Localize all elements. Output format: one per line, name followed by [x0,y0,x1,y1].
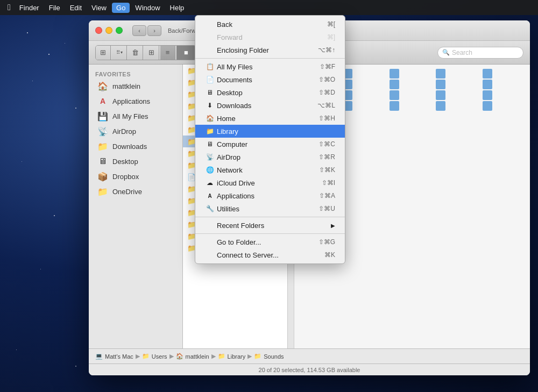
user-home-icon: 🏠 [176,353,183,360]
all-my-files-icon: 📋 [205,63,215,70]
apple-menu[interactable]:  [4,2,14,13]
path-separator: ▶ [169,353,174,360]
dropbox-icon: 📦 [97,171,108,182]
path-item-user[interactable]: 🏠 mattklein [176,353,209,360]
star [32,81,33,81]
go-menu-dropdown: Back ⌘[ Forward ⌘] Enclosing Folder ⌥⌘↑ … [195,15,345,264]
minimize-button[interactable] [105,27,112,34]
documents-icon: 📄 [205,76,215,83]
menu-item-library[interactable]: 📁 Library [195,125,345,138]
downloads-menu-icon: ⬇ [205,102,215,109]
view-btn-icon[interactable]: ⊞ [96,46,111,60]
view-btn-cols[interactable]: ⊞ [144,46,159,60]
preview-tile [390,69,399,79]
sidebar-item-dropbox-label: Dropbox [112,173,139,181]
finder-menu[interactable]: Finder [15,3,44,13]
edit-menu[interactable]: Edit [66,3,86,13]
view-btn-trash[interactable]: 🗑 [128,46,143,60]
sidebar-section-favorites: Favorites [89,69,182,79]
star [16,350,17,350]
submenu-arrow-icon: ▶ [331,223,335,229]
preview-tile [436,80,445,89]
path-bar: 💻 Matt's Mac ▶ 📁 Users ▶ 🏠 mattklein ▶ 📁… [89,348,530,364]
menu-item-documents[interactable]: 📄 Documents ⇧⌘O [195,73,345,86]
help-menu[interactable]: Help [166,3,189,13]
path-separator: ▶ [247,353,252,360]
preview-tile [436,69,445,79]
menu-item-utilities[interactable]: 🔧 Utilities ⇧⌘U [195,202,345,215]
status-text: 20 of 20 selected, 114.53 GB available [259,367,360,373]
desktop-menu-icon: 🖥 [205,89,215,96]
star [22,161,22,162]
maximize-button[interactable] [116,27,123,34]
back-button[interactable]: ‹ [132,25,146,36]
menu-item-go-to-folder[interactable]: Go to Folder... ⇧⌘G [195,236,345,248]
menu-item-icloud[interactable]: ☁ iCloud Drive ⇧⌘I [195,176,345,189]
home-icon: 🏠 [97,81,108,91]
path-item-library[interactable]: 📁 Library [218,353,246,360]
preview-tile [483,101,492,111]
menu-item-applications[interactable]: A Applications ⇧⌘A [195,189,345,202]
preview-tile [390,101,399,111]
search-bar[interactable]: 🔍 Search [437,47,523,59]
path-item-users[interactable]: 📁 Users [142,353,167,360]
menu-item-connect-server[interactable]: Connect to Server... ⌘K [195,248,345,261]
go-menu[interactable]: Go [112,3,130,13]
menu-separator-2 [195,217,345,217]
preview-tile [436,101,445,111]
sidebar-item-downloads[interactable]: 📁 Downloads [91,139,180,154]
menu-item-back[interactable]: Back ⌘[ [195,18,345,31]
sidebar-item-downloads-label: Downloads [112,142,147,151]
icloud-menu-icon: ☁ [205,179,215,187]
menu-item-forward: Forward ⌘] [195,31,345,44]
menu-bar:  Finder File Edit View Go Window Help [0,0,538,15]
users-folder-icon: 📁 [142,353,150,360]
sidebar-item-airdrop[interactable]: 📡 AirDrop [91,124,180,139]
star [48,54,49,55]
sidebar-item-onedrive[interactable]: 📁 OneDrive [91,184,180,199]
onedrive-icon: 📁 [97,186,108,197]
preview-tile [483,69,492,79]
view-menu[interactable]: View [87,3,111,13]
menu-item-computer[interactable]: 🖥 Computer ⇧⌘C [195,138,345,151]
home-menu-icon: 🏠 [205,115,215,122]
library-folder-icon: 📁 [218,353,225,360]
star [40,269,41,269]
star [65,43,65,44]
close-button[interactable] [95,27,102,34]
forward-button[interactable]: › [147,25,161,36]
desktop-icon: 🖥 [97,156,108,167]
downloads-icon: 📁 [97,141,108,152]
sidebar-item-all-files[interactable]: 💾 All My Files [91,109,180,124]
sidebar-item-airdrop-label: AirDrop [112,127,136,136]
sidebar-item-desktop[interactable]: 🖥 Desktop [91,154,180,169]
window-menu[interactable]: Window [131,3,164,13]
sounds-folder-icon: 📁 [254,353,261,360]
view-btn-cover[interactable]: ≡ [160,46,175,60]
view-btn-list[interactable]: ⠿ ▾ [112,46,127,60]
sidebar-item-home-label: mattklein [112,82,140,90]
sidebar-item-applications[interactable]: A Applications [91,94,180,109]
status-bar: 20 of 20 selected, 114.53 GB available [89,364,530,375]
sidebar-item-dropbox[interactable]: 📦 Dropbox [91,169,180,184]
menu-item-recent-folders[interactable]: Recent Folders ▶ [195,219,345,232]
menu-item-enclosing[interactable]: Enclosing Folder ⌥⌘↑ [195,44,345,56]
nav-buttons: ‹ › [132,25,161,36]
network-menu-icon: 🌐 [205,166,215,174]
menu-item-network[interactable]: 🌐 Network ⇧⌘K [195,163,345,176]
path-item-mac[interactable]: 💻 Matt's Mac [95,353,133,360]
all-files-icon: 💾 [97,111,108,122]
menu-separator-1 [195,58,345,59]
mac-icon: 💻 [95,353,103,360]
menu-item-airdrop[interactable]: 📡 AirDrop ⇧⌘R [195,151,345,163]
menu-item-all-my-files[interactable]: 📋 All My Files ⇧⌘F [195,60,345,73]
file-menu[interactable]: File [45,3,65,13]
path-item-sounds[interactable]: 📁 Sounds [254,353,284,360]
preview-tile [483,90,492,100]
menu-item-desktop[interactable]: 🖥 Desktop ⇧⌘D [195,86,345,99]
sidebar-item-home[interactable]: 🏠 mattklein [91,79,180,94]
path-separator: ▶ [211,353,216,360]
view-btn-extra[interactable]: ■ [176,46,196,60]
menu-item-downloads[interactable]: ⬇ Downloads ⌥⌘L [195,99,345,112]
menu-item-home[interactable]: 🏠 Home ⇧⌘H [195,112,345,125]
